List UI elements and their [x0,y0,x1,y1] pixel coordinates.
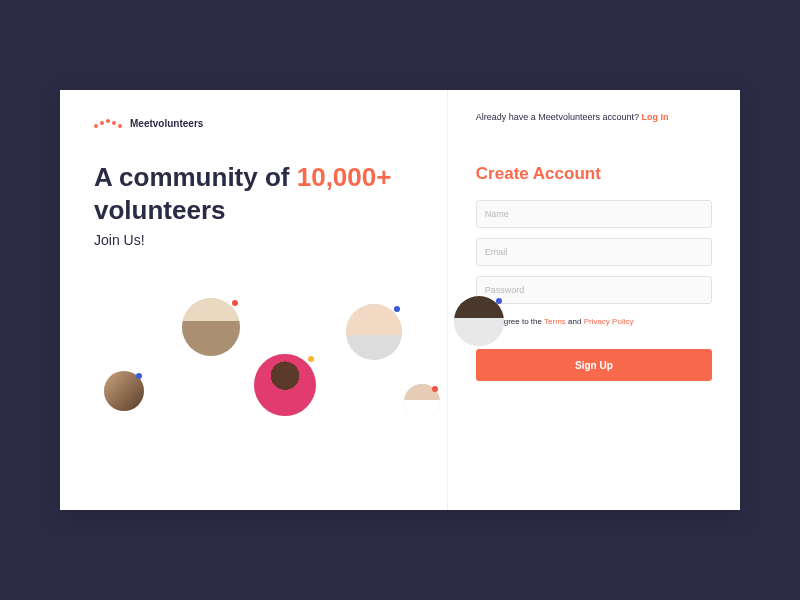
logo-icon [94,119,122,128]
agree-row: I agree to the Terms and Privacy Policy [476,316,712,327]
name-input[interactable] [476,200,712,228]
email-input[interactable] [476,238,712,266]
headline: A community of 10,000+ volunteers [94,161,413,226]
login-prompt-text: Already have a Meetvolunteers account? [476,112,642,122]
avatar-cluster [94,266,413,456]
avatar [254,354,316,416]
form-title: Create Account [476,164,712,184]
signup-button[interactable]: Sign Up [476,349,712,381]
avatar [454,296,504,346]
headline-suffix: volunteers [94,195,226,225]
brand-name: Meetvolunteers [130,118,203,129]
avatar [104,371,144,411]
agree-text: I agree to the Terms and Privacy Policy [495,317,634,326]
avatar [404,384,440,420]
avatar [182,298,240,356]
headline-accent: 10,000+ [297,162,392,192]
subheadline: Join Us! [94,232,413,248]
hero-panel: Meetvolunteers A community of 10,000+ vo… [60,90,448,510]
brand-logo: Meetvolunteers [94,118,413,129]
avatar [346,304,402,360]
terms-link[interactable]: Terms [544,317,566,326]
headline-prefix: A community of [94,162,297,192]
signup-card: Meetvolunteers A community of 10,000+ vo… [60,90,740,510]
password-input[interactable] [476,276,712,304]
privacy-link[interactable]: Privacy Policy [584,317,634,326]
login-link[interactable]: Log In [641,112,668,122]
login-prompt: Already have a Meetvolunteers account? L… [476,112,712,122]
